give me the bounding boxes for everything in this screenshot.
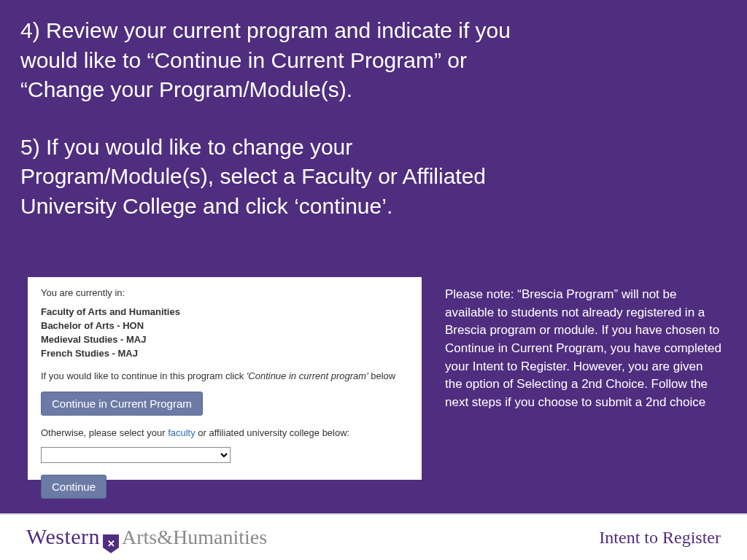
- continue-hint-ital: 'Continue in current program': [247, 370, 368, 381]
- logo-department-text: Arts&Humanities: [122, 526, 267, 549]
- faculty-link[interactable]: faculty: [168, 427, 196, 438]
- footer-title: Intent to Register: [599, 528, 721, 548]
- shield-icon: ✕: [103, 534, 119, 553]
- slide: 4) Review your current program and indic…: [0, 0, 747, 560]
- side-note: Please note: “Brescia Program” will not …: [445, 286, 722, 411]
- faculty-select[interactable]: [41, 447, 231, 463]
- otherwise-post: or affiliated university college below:: [196, 427, 350, 438]
- instruction-step-4: 4) Review your current program and indic…: [20, 16, 546, 105]
- program-review-panel: You are currently in: Faculty of Arts an…: [28, 277, 422, 480]
- western-logo: Western ✕ Arts&Humanities: [26, 524, 267, 551]
- footer: Western ✕ Arts&Humanities Intent to Regi…: [0, 513, 747, 560]
- instruction-block: 4) Review your current program and indic…: [20, 16, 546, 249]
- continue-hint-post: below: [368, 370, 396, 381]
- logo-western-text: Western: [26, 524, 100, 549]
- currently-in-label: You are currently in:: [41, 287, 409, 298]
- program-degree: Bachelor of Arts - HON: [41, 319, 409, 333]
- shield-glyph: ✕: [107, 538, 115, 549]
- program-module-1: Medieval Studies - MAJ: [41, 333, 409, 347]
- program-module-2: French Studies - MAJ: [41, 347, 409, 361]
- continue-hint-pre: If you would like to continue in this pr…: [41, 370, 247, 381]
- program-faculty: Faculty of Arts and Humanities: [41, 306, 409, 319]
- current-program-block: Faculty of Arts and Humanities Bachelor …: [41, 306, 409, 360]
- otherwise-text: Otherwise, please select your faculty or…: [41, 427, 409, 438]
- continue-current-program-button[interactable]: Continue in Current Program: [41, 392, 203, 416]
- otherwise-pre: Otherwise, please select your: [41, 427, 168, 438]
- continue-hint: If you would like to continue in this pr…: [41, 370, 409, 381]
- continue-button[interactable]: Continue: [41, 475, 107, 499]
- instruction-step-5: 5) If you would like to change your Prog…: [20, 133, 546, 222]
